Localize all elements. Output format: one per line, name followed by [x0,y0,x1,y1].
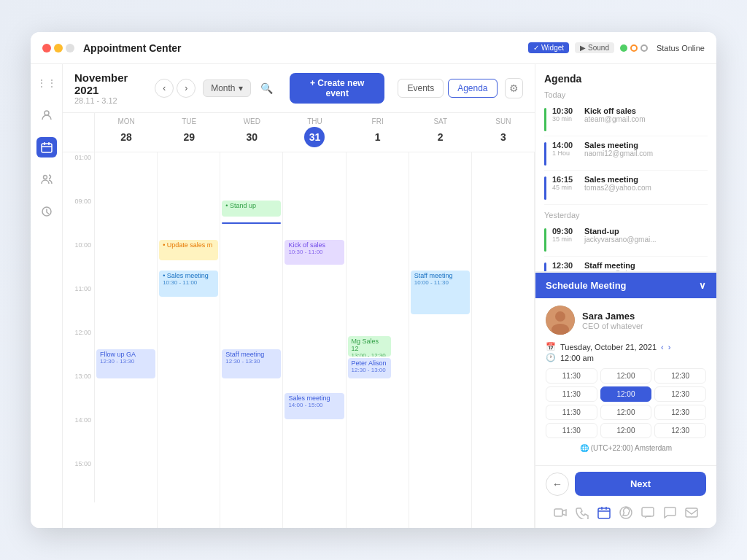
minimize-btn[interactable] [54,44,63,52]
view-mode-btn[interactable]: Month ▾ [203,79,250,97]
day-header-fri: Fri1 [347,113,409,152]
slot-r1c2[interactable]: 12:30 [654,386,706,402]
sidebar-icon-history[interactable] [36,201,57,222]
schedule-header[interactable]: Schedule Meeting ∨ [535,273,716,298]
day-header-sun: Sun3 [472,113,535,152]
calendar-comm-icon[interactable] [597,506,611,522]
agenda-time-1615: 16:15 45 min [552,175,578,191]
search-btn[interactable]: 🔍 [258,79,275,98]
event-peter-alison[interactable]: Peter Alison 12:30 - 13:00 [348,358,391,378]
agenda-time-1030: 10:30 30 min [552,106,578,122]
right-panel: Agenda Today 10:30 30 min Kick off sales… [535,64,716,528]
agenda-view-btn[interactable]: Agenda [448,79,497,98]
collapse-icon[interactable]: ∨ [699,280,706,291]
event-update-sales[interactable]: • Update sales m [159,240,218,260]
slot-r0c2[interactable]: 12:30 [654,368,706,384]
slot-r0c1[interactable]: 12:00 [600,368,652,384]
calendar-range: 28.11 - 3.12 [74,96,147,105]
schedule-meeting-panel: Schedule Meeting ∨ [535,272,716,528]
next-month-btn[interactable]: › [177,79,196,98]
day-header-mon: Mon28 [95,113,158,152]
col-mon: Fllow up GA 12:30 - 13:30 [95,152,158,528]
agenda-bar-green [544,108,546,131]
calendar-month: November 2021 [74,71,147,96]
person-info: Sara James CEO of whatever [582,311,643,330]
sms-icon[interactable] [641,506,654,522]
time-slots-grid: 11:30 12:00 12:30 11:30 12:00 12:30 11:3… [546,368,706,438]
timezone-row: 🌐 (UTC+22:00) Amsterdam [546,444,706,452]
sidebar-icon-grid[interactable]: ⋮⋮ [36,73,57,93]
maximize-btn[interactable] [66,44,74,52]
event-sales-meeting-tue[interactable]: • Sales meeting 10:30 - 11:00 [159,271,218,297]
mail-icon[interactable] [685,506,698,522]
next-button[interactable]: Next [575,472,706,496]
app-title: Appointment Center [83,42,528,54]
slot-r1c0[interactable]: 11:30 [546,386,597,402]
svg-rect-1 [42,144,52,152]
person-row: Sara James CEO of whatever [546,306,706,335]
event-staff-meeting-wed[interactable]: Staff meeting 12:30 - 13:30 [222,349,281,378]
agenda-item-1400[interactable]: 14:00 1 Hou Sales meeting naomi12@gmail.… [544,136,708,171]
time-row: 🕐 12:00 am [546,353,706,362]
svg-point-9 [620,507,632,518]
event-fllow-up-ga[interactable]: Fllow up GA 12:30 - 13:30 [96,349,155,378]
event-staff-meeting-sat[interactable]: Staff meeting 10:00 - 11:30 [411,271,470,314]
slot-r1c1[interactable]: 12:00 [600,386,652,402]
sidebar-icon-person[interactable] [36,105,57,125]
slot-r2c2[interactable]: 12:30 [654,405,706,420]
agenda-item-1230[interactable]: 12:30 1 Hou Staff meeting company@glass.… [544,257,708,272]
calendar-section: November 2021 28.11 - 3.12 ‹ › Month ▾ 🔍… [63,64,535,528]
svg-rect-7 [554,509,562,516]
event-standup-wed[interactable]: • Stand up [222,201,281,217]
close-btn[interactable] [42,44,51,52]
slot-r2c1[interactable]: 12:00 [600,405,652,420]
whatsapp-icon[interactable] [619,506,632,522]
agenda-item-1615[interactable]: 16:15 45 min Sales meeting tomas2@yahoo.… [544,171,708,205]
comm-icons [535,502,716,528]
agenda-group-today: Today [544,90,708,99]
clock-icon: 🕐 [546,353,556,362]
agenda-section: Agenda Today 10:30 30 min Kick off sales… [535,64,716,272]
svg-point-0 [44,111,49,115]
app-window: Appointment Center ✓ Widget ▶ Sound Stat… [31,32,716,528]
slot-r3c2[interactable]: 12:30 [654,423,706,438]
svg-point-5 [555,311,565,322]
status-label: Status Online [657,44,705,52]
create-event-btn[interactable]: + Create new event [290,73,384,104]
back-button[interactable]: ← [546,472,569,496]
video-icon[interactable] [554,506,567,522]
slot-r3c1[interactable]: 12:00 [600,423,652,438]
slot-r0c0[interactable]: 11:30 [546,368,597,384]
settings-btn[interactable]: ⚙ [505,78,523,98]
schedule-body: Sara James CEO of whatever 📅 Tuesday, Oc… [535,298,716,465]
phone-icon[interactable] [576,506,589,522]
svg-rect-11 [686,508,697,517]
event-sales-thu[interactable]: Sales meeting 14:00 - 15:00 [285,393,344,419]
agenda-bar-blue1 [544,142,546,166]
prev-date-btn[interactable]: ‹ [661,343,664,351]
agenda-item-0930[interactable]: 09:30 15 min Stand-up jackyvarsano@gmai.… [544,222,708,257]
slot-r2c0[interactable]: 11:30 [546,405,597,420]
dot-grey [640,44,648,52]
sound-badge: ▶ Sound [575,42,614,53]
svg-point-2 [43,176,47,179]
widget-badge: ✓ Widget [528,42,569,53]
chat-icon[interactable] [663,506,676,522]
agenda-title: Agenda [544,73,708,85]
col-tue: • Update sales m • Sales meeting 10:30 -… [158,152,220,528]
agenda-bar-blue2 [544,176,546,200]
agenda-bar-green2 [544,228,546,252]
events-view-btn[interactable]: Events [398,79,444,98]
next-date-btn[interactable]: › [668,343,671,351]
day-header-sat: Sat2 [409,113,472,152]
slot-r3c0[interactable]: 11:30 [546,423,597,438]
status-dots [620,44,648,52]
agenda-item-1030[interactable]: 10:30 30 min Kick off sales ateam@gmail.… [544,102,708,136]
event-mg-sales[interactable]: Mg Sales 12 13:00 - 12:30 [348,336,391,357]
sidebar-icon-calendar[interactable] [36,137,57,158]
calendar-title-block: November 2021 28.11 - 3.12 [74,71,147,105]
sidebar-icon-people[interactable] [36,169,57,190]
event-kick-sales-thu[interactable]: Kick of sales 10:30 - 11:00 [285,240,344,265]
prev-month-btn[interactable]: ‹ [155,79,174,98]
svg-rect-8 [598,508,610,518]
